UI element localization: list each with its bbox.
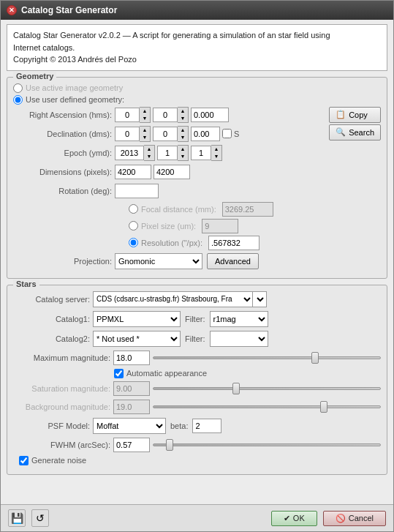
dec-spin2-down[interactable]: ▼ xyxy=(178,134,188,141)
radio-pixel[interactable] xyxy=(129,221,138,231)
auto-appearance-checkbox[interactable] xyxy=(114,369,124,378)
fwhm-slider[interactable] xyxy=(153,443,381,446)
ra-coords: ▲ ▼ ▲ ▼ xyxy=(115,107,229,123)
radio-active-geometry-label: Use active image geometry xyxy=(26,83,123,92)
dec-spin2-up[interactable]: ▲ xyxy=(178,127,188,134)
fwhm-slider-container xyxy=(153,443,381,446)
bg-mag-slider-container xyxy=(153,405,381,408)
projection-select[interactable]: Gnomonic Stereographic Mercator xyxy=(115,253,202,269)
max-mag-input[interactable] xyxy=(113,351,150,365)
filter1-label: Filter: xyxy=(185,315,205,323)
catalog2-row: Catalog2: * Not used * PPMXL Filter: xyxy=(13,331,381,347)
max-mag-slider-container xyxy=(153,356,381,359)
epoch-spinbox3: ▲ ▼ xyxy=(191,145,222,161)
dec-input1[interactable] xyxy=(115,127,140,141)
ra-input2[interactable] xyxy=(153,108,178,122)
ra-input3[interactable] xyxy=(191,108,229,122)
ra-spin2-up[interactable]: ▲ xyxy=(178,108,188,115)
focal-input[interactable] xyxy=(222,202,273,217)
copy-icon: 📋 xyxy=(336,110,346,119)
dim-input1[interactable] xyxy=(115,165,151,179)
radio-user-geometry-label: Use user defined geometry: xyxy=(26,95,124,104)
epoch-spin3-up[interactable]: ▲ xyxy=(211,146,221,153)
advanced-button[interactable]: Advanced xyxy=(207,253,259,269)
ra-spinbox1: ▲ ▼ xyxy=(115,107,151,123)
ra-spin2-down[interactable]: ▼ xyxy=(178,115,188,122)
resolution-label: Resolution ("/px): xyxy=(141,239,202,247)
ra-input1[interactable] xyxy=(115,108,140,122)
dimensions-label: Dimensions (pixels): xyxy=(13,168,112,176)
close-button[interactable]: ✕ xyxy=(7,5,17,15)
epoch-spin2-up[interactable]: ▲ xyxy=(178,146,188,153)
rotation-input[interactable] xyxy=(115,184,159,198)
epoch-input3[interactable] xyxy=(191,146,211,160)
radio-focal[interactable] xyxy=(129,204,138,214)
ra-spinbox1-btns: ▲ ▼ xyxy=(140,107,151,123)
dimensions-coords xyxy=(115,165,190,179)
refresh-button[interactable]: ↺ xyxy=(31,509,49,527)
epoch-spin1-down[interactable]: ▼ xyxy=(144,153,154,160)
radio-user-geometry[interactable] xyxy=(13,95,23,105)
max-mag-slider[interactable] xyxy=(153,356,381,359)
catalog2-label: Catalog2: xyxy=(13,334,90,343)
fwhm-input[interactable] xyxy=(113,438,150,452)
ra-label: Right Ascension (hms): xyxy=(13,110,112,119)
dec-input2[interactable] xyxy=(153,127,178,141)
bg-mag-slider[interactable] xyxy=(153,405,381,408)
beta-input[interactable] xyxy=(192,419,221,433)
description-line1: Catalog Star Generator v2.0.2 — A script… xyxy=(13,29,381,42)
copy-search-group: 📋 Copy 🔍 Search xyxy=(329,107,381,141)
description-line3: Copyright © 2013 Andrés del Pozo xyxy=(13,53,381,66)
radio-resolution[interactable] xyxy=(129,238,138,247)
geometry-label: Geometry xyxy=(13,72,56,80)
dec-spin1-down[interactable]: ▼ xyxy=(140,134,150,141)
dec-coords: ▲ ▼ ▲ ▼ xyxy=(115,126,239,142)
radio-active-geometry[interactable] xyxy=(13,83,23,93)
refresh-icon: ↺ xyxy=(36,512,45,524)
radio-user-geometry-row: Use user defined geometry: xyxy=(13,95,381,105)
epoch-input2[interactable] xyxy=(157,146,178,160)
dec-input3[interactable] xyxy=(191,127,220,141)
content-area: Catalog Star Generator v2.0.2 — A script… xyxy=(1,20,393,504)
sat-mag-input[interactable] xyxy=(113,381,150,396)
pixel-input[interactable] xyxy=(202,219,238,233)
epoch-spin3-down[interactable]: ▼ xyxy=(211,153,221,160)
filter1-select[interactable]: r1mag b1mag xyxy=(210,311,268,327)
ok-check-icon: ✔ xyxy=(284,514,290,523)
dec-row: Declination (dms): ▲ ▼ xyxy=(13,126,326,142)
ra-spin1-down[interactable]: ▼ xyxy=(140,115,150,122)
sat-mag-slider-container xyxy=(153,387,381,390)
sat-mag-slider[interactable] xyxy=(153,387,381,390)
catalog-server-select[interactable]: CDS (cdsarc.u-strasbg.fr) Strasbourg, Fr… xyxy=(93,291,254,307)
epoch-input1[interactable] xyxy=(115,146,144,160)
save-icon: 💾 xyxy=(11,512,23,524)
catalog2-select[interactable]: * Not used * PPMXL xyxy=(93,331,181,347)
dec-spin1-up[interactable]: ▲ xyxy=(140,127,150,134)
psf-row: PSF Model: Moffat Gaussian beta: xyxy=(13,418,381,434)
sat-mag-label: Saturation magnitude: xyxy=(13,384,110,393)
catalog1-select[interactable]: PPMXL USNO-B1 xyxy=(93,311,181,327)
epoch-spin2-down[interactable]: ▼ xyxy=(178,153,188,160)
rotation-row: Rotation (deg): xyxy=(13,183,326,199)
catalog-server-extra[interactable] xyxy=(252,291,267,307)
noise-checkbox[interactable] xyxy=(19,456,29,465)
dec-checkbox[interactable] xyxy=(222,129,232,138)
search-button[interactable]: 🔍 Search xyxy=(329,124,381,141)
ok-button[interactable]: ✔ OK xyxy=(271,511,317,526)
dimensions-row: Dimensions (pixels): xyxy=(13,164,326,180)
focal-label: Focal distance (mm): xyxy=(141,205,216,214)
noise-row: Generate noise xyxy=(19,456,381,465)
description-line2: Internet catalogs. xyxy=(13,42,381,54)
catalog1-row: Catalog1: PPMXL USNO-B1 Filter: r1mag b1… xyxy=(13,311,381,327)
copy-button[interactable]: 📋 Copy xyxy=(329,107,381,123)
psf-model-select[interactable]: Moffat Gaussian xyxy=(93,418,166,434)
filter2-select[interactable] xyxy=(210,331,268,347)
beta-label: beta: xyxy=(170,422,188,430)
epoch-spin1-up[interactable]: ▲ xyxy=(144,146,154,153)
ra-spin1-up[interactable]: ▲ xyxy=(140,108,150,115)
resolution-input[interactable] xyxy=(208,236,259,250)
dim-input2[interactable] xyxy=(154,165,190,179)
cancel-button[interactable]: 🚫 Cancel xyxy=(323,511,386,526)
bg-mag-input[interactable] xyxy=(113,400,150,414)
save-button[interactable]: 💾 xyxy=(8,509,26,527)
